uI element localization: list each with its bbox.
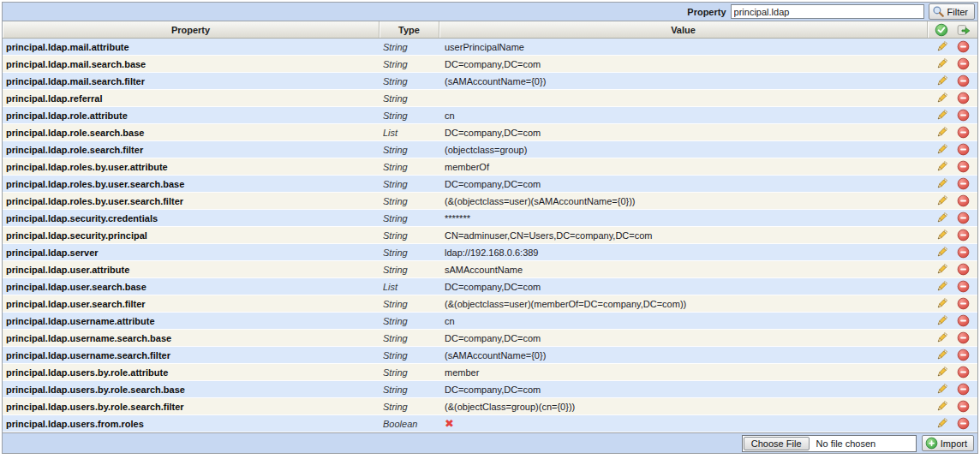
edit-pencil-icon[interactable] — [935, 417, 948, 430]
edit-pencil-icon[interactable] — [935, 75, 948, 87]
edit-pencil-icon[interactable] — [935, 92, 948, 104]
table-row: principal.ldap.security.principalStringC… — [3, 227, 977, 244]
property-name: principal.ldap.user.search.base — [3, 282, 379, 292]
edit-pencil-icon[interactable] — [935, 280, 948, 293]
property-value: ******* — [439, 213, 928, 224]
remove-icon[interactable] — [957, 75, 970, 87]
remove-icon[interactable] — [957, 366, 970, 379]
row-actions — [928, 194, 977, 207]
edit-pencil-icon[interactable] — [935, 246, 948, 259]
row-actions — [928, 366, 977, 379]
property-name: principal.ldap.server — [3, 247, 379, 258]
table-row: principal.ldap.users.by.role.search.base… — [3, 381, 977, 398]
choose-file-button[interactable]: Choose File — [744, 437, 810, 450]
remove-icon[interactable] — [957, 194, 970, 207]
remove-icon[interactable] — [957, 212, 970, 224]
property-type: String — [379, 110, 439, 121]
edit-pencil-icon[interactable] — [935, 40, 948, 53]
remove-icon[interactable] — [957, 417, 970, 430]
plus-circle-icon — [925, 437, 938, 450]
remove-icon[interactable] — [957, 40, 970, 53]
row-actions — [928, 263, 977, 276]
property-type: String — [379, 213, 439, 224]
remove-icon[interactable] — [957, 331, 970, 344]
row-actions — [928, 92, 977, 104]
table-row: principal.ldap.mail.search.baseStringDC=… — [3, 56, 977, 73]
column-header-actions — [928, 21, 977, 38]
column-header-value[interactable]: Value — [439, 21, 928, 38]
row-actions — [928, 246, 977, 259]
property-type: String — [379, 265, 439, 275]
property-type: String — [379, 162, 439, 172]
edit-pencil-icon[interactable] — [935, 297, 948, 310]
table-header: Property Type Value — [3, 21, 977, 39]
table-row: principal.ldap.roles.by.user.search.base… — [3, 176, 977, 193]
property-type: Boolean — [379, 419, 439, 429]
file-input[interactable]: Choose File No file chosen — [742, 435, 917, 452]
remove-icon[interactable] — [957, 263, 970, 276]
row-actions — [928, 126, 977, 139]
edit-pencil-icon[interactable] — [935, 366, 948, 379]
edit-pencil-icon[interactable] — [935, 263, 948, 276]
remove-icon[interactable] — [957, 229, 970, 241]
edit-pencil-icon[interactable] — [935, 331, 948, 344]
export-icon[interactable] — [957, 23, 971, 37]
property-name: principal.ldap.roles.by.user.attribute — [3, 162, 379, 172]
property-type: String — [379, 42, 439, 52]
remove-icon[interactable] — [957, 297, 970, 310]
remove-icon[interactable] — [957, 314, 970, 327]
remove-icon[interactable] — [957, 92, 970, 104]
table-row: principal.ldap.roles.by.user.search.filt… — [3, 193, 977, 210]
remove-icon[interactable] — [957, 143, 970, 156]
remove-icon[interactable] — [957, 160, 970, 173]
confirm-all-icon[interactable] — [935, 23, 948, 37]
property-name: principal.ldap.roles.by.user.search.filt… — [3, 196, 379, 206]
property-value: memberOf — [439, 162, 928, 172]
edit-pencil-icon[interactable] — [935, 400, 948, 413]
property-value: CN=adminuser,CN=Users,DC=company,DC=com — [439, 230, 928, 241]
remove-icon[interactable] — [957, 349, 970, 361]
property-name: principal.ldap.users.from.roles — [3, 419, 379, 429]
import-button[interactable]: Import — [922, 435, 974, 451]
edit-pencil-icon[interactable] — [935, 57, 948, 70]
edit-pencil-icon[interactable] — [935, 177, 948, 190]
import-button-label: Import — [941, 438, 967, 449]
edit-pencil-icon[interactable] — [935, 126, 948, 139]
remove-icon[interactable] — [957, 383, 970, 396]
remove-icon[interactable] — [957, 177, 970, 190]
row-actions — [928, 314, 977, 327]
property-value: (objectclass=group) — [439, 145, 928, 155]
edit-pencil-icon[interactable] — [935, 160, 948, 173]
column-header-type[interactable]: Type — [379, 21, 439, 38]
edit-pencil-icon[interactable] — [935, 383, 948, 396]
property-type: String — [379, 93, 439, 104]
remove-icon[interactable] — [957, 126, 970, 139]
filter-button[interactable]: Filter — [929, 3, 975, 20]
remove-icon[interactable] — [957, 400, 970, 413]
edit-pencil-icon[interactable] — [935, 314, 948, 327]
edit-pencil-icon[interactable] — [935, 212, 948, 224]
property-name: principal.ldap.role.search.filter — [3, 145, 379, 155]
edit-pencil-icon[interactable] — [935, 229, 948, 241]
edit-pencil-icon[interactable] — [935, 143, 948, 156]
property-type: String — [379, 367, 439, 378]
row-actions — [928, 143, 977, 156]
property-value: DC=company,DC=com — [439, 333, 928, 343]
edit-pencil-icon[interactable] — [935, 194, 948, 207]
row-actions — [928, 400, 977, 413]
property-name: principal.ldap.referral — [3, 93, 379, 104]
remove-icon[interactable] — [957, 57, 970, 70]
edit-pencil-icon[interactable] — [935, 349, 948, 361]
property-type: String — [379, 247, 439, 258]
remove-icon[interactable] — [957, 246, 970, 259]
edit-pencil-icon[interactable] — [935, 109, 948, 122]
property-filter-input[interactable] — [731, 4, 924, 19]
property-type: String — [379, 196, 439, 206]
table-row: principal.ldap.username.attributeStringc… — [3, 313, 977, 330]
property-value: sAMAccountName — [439, 265, 928, 275]
row-actions — [928, 212, 977, 224]
column-header-property[interactable]: Property — [3, 21, 379, 38]
remove-icon[interactable] — [957, 109, 970, 122]
property-type: String — [379, 145, 439, 155]
remove-icon[interactable] — [957, 280, 970, 293]
